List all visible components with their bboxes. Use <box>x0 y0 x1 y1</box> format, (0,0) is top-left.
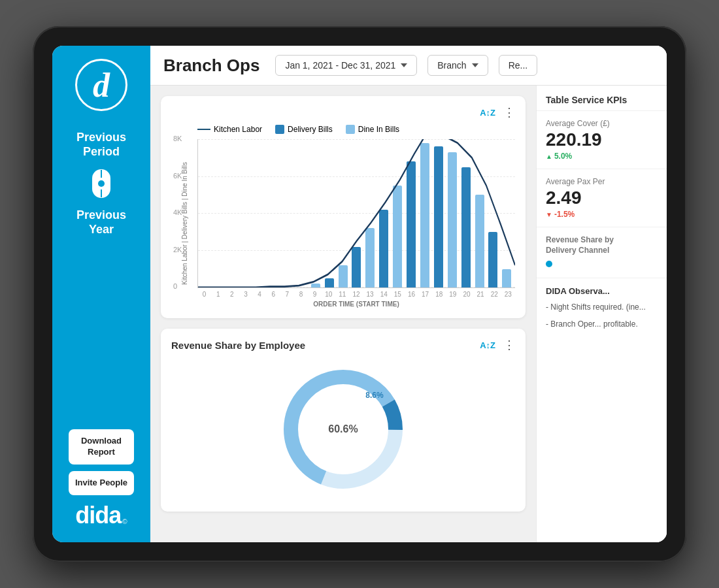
branch-dropdown[interactable]: Branch <box>427 55 488 76</box>
x-axis-label: 4 <box>253 291 267 298</box>
bar <box>434 146 443 287</box>
grid-label-6k: 6K <box>173 172 182 180</box>
bar-group <box>322 139 336 287</box>
legend-kitchen-labor: Kitchen Labor <box>197 125 262 134</box>
toggle-line-bottom <box>101 189 102 197</box>
bar <box>488 232 497 287</box>
reset-dropdown[interactable]: Re... <box>499 55 538 76</box>
branch-label: Branch <box>437 60 466 71</box>
kpi-cover-change: 5.0% <box>546 152 658 161</box>
donut-more-icon[interactable]: ⋮ <box>503 339 515 351</box>
grid-label-2k: 2K <box>173 246 182 253</box>
bars-wrapper <box>198 139 515 287</box>
more-options-icon[interactable]: ⋮ <box>503 106 515 118</box>
legend-dine-in-bills: Dine In Bills <box>346 125 399 134</box>
donut-chart-actions: A↕Z ⋮ <box>480 339 515 351</box>
kpi-pax-label: Average Pax Per <box>546 177 658 186</box>
bar <box>448 152 457 287</box>
bar <box>407 161 416 287</box>
bars-area: 8K 6K 4K 2K 0 <box>197 139 515 288</box>
main-content: Branch Ops Jan 1, 2021 - Dec 31, 2021 Br… <box>150 46 667 542</box>
x-axis-label: 11 <box>335 291 349 298</box>
chart-legend: Kitchen Labor Delivery Bills Dine In Bil… <box>197 125 515 134</box>
dine-in-bills-label: Dine In Bills <box>358 125 399 134</box>
x-axis-label: 9 <box>308 291 322 298</box>
donut-svg: 60.6% 8.6% <box>278 364 409 495</box>
brand-text: dida <box>75 502 121 529</box>
x-axis-label: 0 <box>197 291 211 298</box>
chart-area: Kitchen Labor | Delivery Bills | Dine In… <box>171 139 515 308</box>
reset-label: Re... <box>509 60 528 71</box>
x-axis-label: 12 <box>349 291 363 298</box>
donut-chart-card: Revenue Share by Employee A↕Z ⋮ <box>161 329 526 512</box>
date-range-label: Jan 1, 2021 - Dec 31, 2021 <box>285 60 395 71</box>
brand-copy: © <box>122 518 127 525</box>
tablet-screen: d Previous Period Previous Year Download… <box>52 46 667 542</box>
x-axis-label: 19 <box>446 291 460 298</box>
svg-text:8.6%: 8.6% <box>365 391 384 400</box>
invite-people-button[interactable]: Invite People <box>69 471 134 495</box>
x-axis-label: 13 <box>363 291 377 298</box>
dida-obs-text-2: - Branch Oper... profitable. <box>546 318 658 330</box>
kitchen-labor-line-icon <box>197 129 210 130</box>
revenue-share-section: Revenue Share byDelivery Channel <box>537 227 667 278</box>
bar-chart-container: Kitchen Labor Delivery Bills Dine In Bil… <box>171 125 515 308</box>
page-title: Branch Ops <box>163 56 259 76</box>
cover-up-arrow-icon <box>546 152 552 161</box>
bar-group <box>241 139 254 287</box>
toggle-line-top <box>101 170 102 178</box>
kpi-pax-value: 2.49 <box>546 189 658 207</box>
x-axis-label: 23 <box>501 291 515 298</box>
period-label-prev: Previous Period <box>76 131 126 159</box>
bar-group <box>473 139 486 287</box>
bar-group <box>227 139 241 287</box>
kpi-section-title: Table Service KPIs <box>537 86 667 111</box>
kpi-cover-value: 220.19 <box>546 131 658 149</box>
dida-obs-text-1: - Night Shifts required. (ine... <box>546 301 658 313</box>
pax-change-text: -1.5% <box>554 210 575 219</box>
bar <box>325 278 334 287</box>
bar <box>475 195 484 287</box>
bar-group <box>213 139 227 287</box>
right-panel: Table Service KPIs Average Cover (£) 220… <box>536 86 667 542</box>
bar-chart-actions: A↕Z ⋮ <box>480 106 515 118</box>
donut-chart-header: Revenue Share by Employee A↕Z ⋮ <box>171 339 515 351</box>
x-axis-label: 22 <box>488 291 501 298</box>
x-axis-label: 10 <box>322 291 335 298</box>
az-sort-icon[interactable]: A↕Z <box>480 108 495 118</box>
date-range-dropdown[interactable]: Jan 1, 2021 - Dec 31, 2021 <box>275 55 417 76</box>
bar-group <box>486 139 500 287</box>
chart-inner: 8K 6K 4K 2K 0 <box>197 139 515 308</box>
bar <box>393 186 402 287</box>
period-toggle[interactable] <box>92 169 110 198</box>
revenue-share-title: Revenue Share byDelivery Channel <box>546 235 658 255</box>
bar-group <box>405 139 418 287</box>
legend-delivery-bills: Delivery Bills <box>275 125 333 134</box>
donut-az-icon[interactable]: A↕Z <box>480 340 495 350</box>
content-area: A↕Z ⋮ Kitchen Labor <box>150 86 667 542</box>
bar-group <box>281 139 295 287</box>
brand: dida © <box>75 502 127 529</box>
toggle-dot <box>98 180 105 187</box>
period-section: Previous Period Previous Year <box>76 131 126 423</box>
bar-group <box>254 139 268 287</box>
branch-arrow-icon <box>472 63 478 67</box>
x-axis-label: 6 <box>267 291 280 298</box>
x-axis-label: 15 <box>391 291 405 298</box>
kpi-card-pax: Average Pax Per 2.49 -1.5% <box>537 169 667 227</box>
grid-label-0: 0 <box>173 282 177 290</box>
charts-column: A↕Z ⋮ Kitchen Labor <box>150 86 536 542</box>
download-report-button[interactable]: Download Report <box>69 429 134 465</box>
bar <box>461 167 471 287</box>
bar-group <box>377 139 391 287</box>
bar-group <box>391 139 405 287</box>
bar-group <box>363 139 377 287</box>
bar-group <box>500 139 514 287</box>
bar-group <box>199 139 213 287</box>
cover-change-text: 5.0% <box>554 152 572 161</box>
x-axis-title: ORDER TIME (START TIME) <box>197 301 515 308</box>
revenue-share-dot-icon <box>546 261 552 267</box>
bar <box>379 210 388 287</box>
x-axis-label: 21 <box>474 291 488 298</box>
bar-group <box>350 139 363 287</box>
